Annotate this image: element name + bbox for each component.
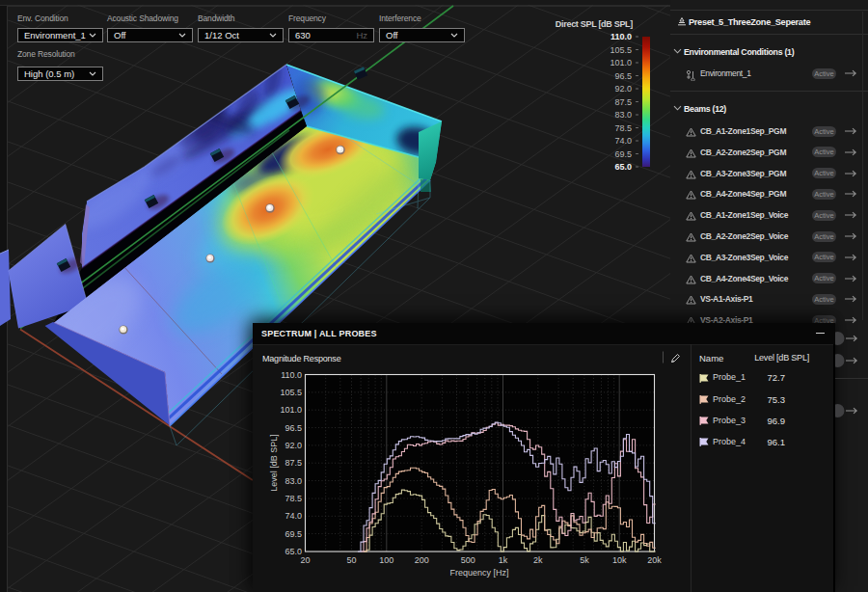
svg-text:Direct SPL [dB SPL]: Direct SPL [dB SPL]	[556, 19, 633, 29]
svg-text:78.5: 78.5	[285, 494, 302, 503]
svg-text:105.5: 105.5	[610, 45, 632, 55]
svg-text:50: 50	[346, 555, 356, 565]
svg-text:20k: 20k	[647, 555, 662, 565]
svg-text:78.5: 78.5	[614, 123, 632, 133]
svg-text:65.0: 65.0	[614, 162, 632, 172]
svg-text:Level [dB SPL]: Level [dB SPL]	[269, 434, 279, 492]
svg-text:74.0: 74.0	[614, 136, 632, 146]
svg-text:10k: 10k	[612, 555, 627, 565]
svg-text:92.0: 92.0	[285, 441, 302, 450]
svg-text:110.0: 110.0	[281, 370, 302, 380]
svg-text:83.0: 83.0	[614, 110, 632, 120]
svg-text:69.5: 69.5	[285, 529, 302, 539]
svg-text:2k: 2k	[533, 555, 543, 565]
svg-text:96.5: 96.5	[285, 423, 302, 433]
svg-text:110.0: 110.0	[610, 32, 632, 41]
svg-text:200: 200	[415, 555, 429, 565]
svg-text:Magnitude Response: Magnitude Response	[262, 354, 341, 363]
svg-text:83.0: 83.0	[285, 476, 302, 486]
svg-text:69.5: 69.5	[614, 149, 632, 159]
svg-text:1k: 1k	[499, 555, 508, 565]
svg-text:65.0: 65.0	[285, 547, 302, 556]
svg-text:96.5: 96.5	[614, 71, 632, 81]
svg-text:87.5: 87.5	[285, 458, 302, 468]
svg-text:87.5: 87.5	[614, 97, 632, 107]
svg-text:100: 100	[379, 555, 393, 565]
svg-text:101.0: 101.0	[280, 405, 302, 415]
svg-text:500: 500	[461, 555, 475, 565]
svg-text:20: 20	[300, 555, 310, 565]
svg-text:101.0: 101.0	[610, 58, 632, 67]
svg-text:Frequency [Hz]: Frequency [Hz]	[449, 568, 508, 578]
svg-text:92.0: 92.0	[614, 84, 632, 94]
svg-text:5k: 5k	[580, 555, 589, 565]
svg-text:105.5: 105.5	[280, 388, 302, 397]
svg-text:74.0: 74.0	[285, 511, 302, 521]
